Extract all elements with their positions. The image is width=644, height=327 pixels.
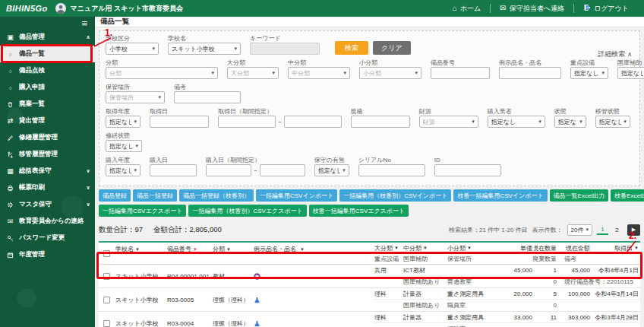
- col-header-small-class[interactable]: 小分類▼: [446, 244, 499, 252]
- bulk-edit-branch-csv-import-button[interactable]: 一括編集用（枝番別）CSVインポート: [339, 189, 451, 202]
- sidebar-item-sokatsuhyo-hoshu[interactable]: ▦総括表保守∨: [0, 163, 95, 179]
- cell-item-name[interactable]: [252, 297, 373, 303]
- keyword-input[interactable]: [250, 43, 320, 55]
- item-register-button[interactable]: 備品登録: [99, 189, 131, 202]
- remarks-input[interactable]: [174, 91, 241, 103]
- row-checkbox[interactable]: [103, 320, 110, 327]
- status-select[interactable]: 指定なし▾: [554, 116, 586, 128]
- fund-source-select[interactable]: 財源▾: [419, 116, 478, 128]
- sidebar-item-bihin-tenken[interactable]: ○備品点検: [0, 62, 95, 79]
- advanced-search-toggle[interactable]: 詳細検索∧: [598, 49, 632, 59]
- sidebar-item-label: 教育委員会からの連絡: [19, 217, 84, 226]
- gear-icon: [6, 202, 14, 208]
- storage-location-select[interactable]: 保管場所▾: [106, 91, 165, 103]
- summary-bar: 数量合計：97 金額合計：2,805,000 検索結果：21 件中 1-20 件…: [99, 223, 640, 237]
- item-list-excel-export-button[interactable]: 備品一覧Excel出力: [550, 189, 609, 202]
- acquisition-year-select[interactable]: 指定なし▾: [106, 116, 140, 128]
- dropdown-caret-icon: ▾: [343, 167, 346, 173]
- acquisition-year-field: 取得年度指定なし▾: [106, 108, 140, 128]
- col-header-current-amount[interactable]: 現在金額: [558, 244, 592, 252]
- bulk-edit-csv-import-button[interactable]: 一括編集用CSVインポート: [256, 189, 337, 202]
- page-1-button[interactable]: 1: [597, 224, 608, 235]
- sidebar-item-kyoiku-iinkai-renraku[interactable]: ✉教育委員会からの連絡: [0, 213, 95, 230]
- search-button[interactable]: 検索: [335, 41, 368, 55]
- cell-line2-1: 国庫補助あり: [402, 278, 446, 286]
- col-subheader-0: 重点設備: [373, 255, 402, 263]
- row-checkbox[interactable]: [103, 297, 110, 303]
- sidebar-item-shuzen-rireki-kanri[interactable]: 修繕履歴管理: [0, 129, 95, 146]
- classification-select[interactable]: 分類▾: [106, 67, 218, 79]
- medium-class-select[interactable]: 中分類▾: [288, 67, 350, 79]
- acquisition-date-input[interactable]: [150, 116, 209, 128]
- purchase-date-range-input[interactable]: [260, 164, 305, 176]
- cell-line1-0: 共用: [373, 266, 402, 275]
- table-row-1: スキット小学校R04-00001-001教材共用ICT教材45,000145,0…: [99, 265, 640, 288]
- sidebar-item-master-hoshu[interactable]: マスタ保守∨: [0, 196, 95, 213]
- col-header-school-name[interactable]: 学校名▼: [114, 245, 166, 253]
- next-page-button[interactable]: ▶: [627, 224, 640, 236]
- col-header-item-number[interactable]: 備品番号▼: [166, 245, 211, 253]
- record-id-label: ID: [434, 157, 501, 164]
- menu-toggle-icon[interactable]: ≡: [81, 18, 87, 28]
- purchase-date-input[interactable]: [150, 164, 197, 176]
- bulk-edit-branch-csv-export-button[interactable]: 一括編集用（枝番別）CSVエクスポート: [188, 205, 306, 217]
- sidebar-item-nendo-kanri[interactable]: 年度管理: [0, 246, 95, 263]
- purchase-vendor-label: 購入業者: [488, 108, 545, 115]
- purchase-vendor-select[interactable]: 指定なし▾: [488, 116, 545, 128]
- col-header-acquisition-date[interactable]: 取得日▼: [592, 244, 640, 252]
- item-name-input[interactable]: [499, 67, 561, 79]
- item-number-input[interactable]: [431, 67, 490, 79]
- record-id-input[interactable]: [434, 164, 501, 176]
- branch-bulk-edit-csv-import-button[interactable]: 枝番一括編集用CSVインポート: [453, 189, 547, 202]
- purchase-date-range-input[interactable]: [206, 164, 251, 176]
- cell-line1-6: 令和4年4月1日: [592, 266, 640, 275]
- school-name-select[interactable]: スキット小学校▾: [168, 43, 241, 55]
- cell-item-name[interactable]: [252, 320, 373, 327]
- large-class-select[interactable]: 大分類▾: [227, 67, 279, 79]
- per-page-select[interactable]: 20件▾: [567, 224, 592, 236]
- col-header-classification[interactable]: 分類▼: [211, 245, 252, 253]
- cell-line2-2: 職員室: [446, 301, 499, 310]
- row-checkbox[interactable]: [103, 273, 110, 280]
- col-header-item-name[interactable]: 例示品名・品名▼: [252, 245, 373, 253]
- standard-input[interactable]: [351, 116, 410, 128]
- small-class-select[interactable]: 小分類▾: [359, 67, 421, 79]
- col-header-large-class[interactable]: 大分類▼: [373, 244, 402, 252]
- sidebar-item-password-henko[interactable]: パスワード変更: [0, 230, 95, 246]
- sidebar-item-kashidashi-kanri[interactable]: ⇄貸出管理: [0, 113, 95, 129]
- sidebar-item-bihin-ichiran[interactable]: ○備品一覧: [0, 46, 95, 62]
- transfer-status-select[interactable]: 指定なし▾: [595, 116, 630, 128]
- branch-excel-export-button[interactable]: 枝番Excel出力: [611, 189, 644, 202]
- col-header-unit-price[interactable]: 単価: [499, 244, 534, 252]
- sidebar-item-konyu-shinsei[interactable]: ○購入申請: [0, 79, 95, 96]
- item-bulk-register-button[interactable]: 備品一括登録: [133, 189, 177, 202]
- acquisition-date-range-input[interactable]: [284, 116, 342, 128]
- clear-button[interactable]: クリア: [373, 41, 411, 55]
- sidebar-item-ikan-rireki-kanri[interactable]: 移管履歴管理: [0, 146, 95, 163]
- repair-status-select[interactable]: 指定なし▾: [106, 140, 142, 152]
- chevron-down-icon: ∨: [86, 185, 90, 191]
- contact-maintenance-button[interactable]: ✉ 保守担当者へ連絡: [491, 4, 573, 14]
- item-bulk-register-branch-button[interactable]: 備品一括登録（枝番別）: [179, 189, 254, 202]
- col-header-medium-class[interactable]: 中分類▼: [402, 244, 446, 252]
- page-2-button[interactable]: 2: [611, 224, 623, 235]
- sidebar-item-bihin-kanri[interactable]: ▣備品管理∧: [0, 29, 95, 46]
- col-header-current-quantity[interactable]: 現在数量: [534, 244, 558, 252]
- serial-no-input[interactable]: [358, 164, 425, 176]
- priority-equipment-select[interactable]: 指定なし▾: [570, 67, 608, 79]
- acquisition-date-range-input[interactable]: [218, 116, 276, 128]
- purchase-year-select[interactable]: 指定なし▾: [106, 164, 140, 176]
- bulk-edit-csv-export-button[interactable]: 一括編集用CSVエクスポート: [99, 205, 186, 217]
- logout-button[interactable]: ログアウト: [574, 4, 638, 14]
- branch-bulk-edit-csv-export-button[interactable]: 枝番一括編集用CSVエクスポート: [309, 205, 409, 217]
- cell-item-name[interactable]: [252, 273, 373, 280]
- national-subsidy-select[interactable]: 指定なし▾: [617, 67, 644, 79]
- school-type-select[interactable]: 小学校▾: [106, 43, 159, 55]
- maintenance-select[interactable]: 指定なし▾: [314, 164, 349, 176]
- chevron-down-icon: ∨: [86, 168, 90, 174]
- sidebar-item-haiki-ichiran[interactable]: 廃棄一覧: [0, 96, 95, 113]
- sidebar-item-chohyo-insatsu[interactable]: 帳票印刷∨: [0, 179, 95, 196]
- cell-item-number: R04-00001-001: [166, 273, 211, 280]
- select-all-checkbox[interactable]: [103, 250, 110, 257]
- home-button[interactable]: ⌂ ホーム: [444, 4, 490, 14]
